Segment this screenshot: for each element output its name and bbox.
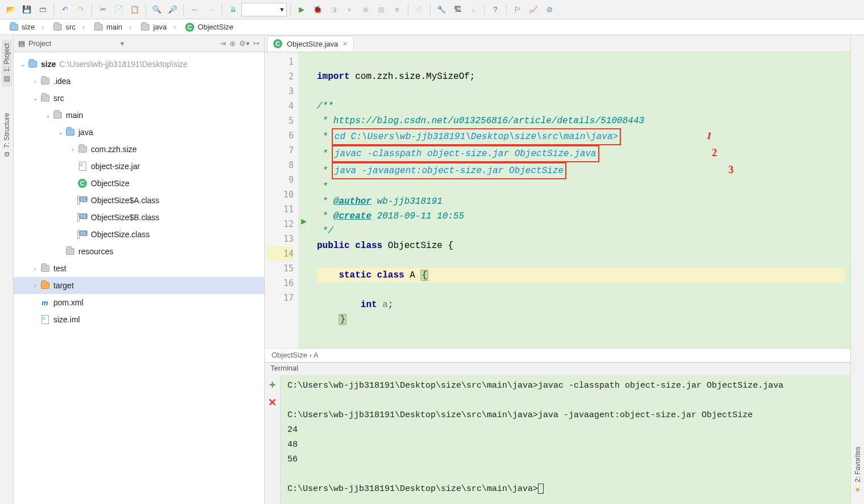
- tree-item[interactable]: resources: [14, 243, 264, 260]
- separator: [183, 3, 184, 16]
- expand-icon[interactable]: ›: [31, 265, 40, 272]
- copy-icon[interactable]: 📄: [111, 2, 126, 17]
- gear-icon[interactable]: ⚙▾: [239, 39, 250, 48]
- tree-icon: 01: [77, 195, 87, 205]
- tree-item[interactable]: 01ObjectSize$B.class: [14, 209, 264, 226]
- crumb-label: main: [106, 23, 122, 31]
- breadcrumb: size src main java CObjectSize: [0, 19, 864, 35]
- crumb-java[interactable]: java: [136, 19, 181, 35]
- terminal-output[interactable]: C:\Users\wb-jjb318191\Desktop\size\src\m…: [281, 375, 850, 504]
- tree-item[interactable]: size.iml: [14, 311, 264, 328]
- tab-project[interactable]: ▤1: Project: [2, 40, 12, 87]
- attach-icon[interactable]: ⎙: [412, 2, 427, 17]
- project-tree[interactable]: ⌄ size C:\Users\wb-jjb318191\Desktop\siz…: [14, 52, 264, 504]
- tree-icon: [65, 127, 75, 137]
- tree-item[interactable]: mpom.xml: [14, 294, 264, 311]
- separator: [484, 3, 485, 16]
- tree-label: main: [66, 111, 83, 120]
- tree-item[interactable]: ⌄src: [14, 90, 264, 107]
- paste-icon[interactable]: 📋: [127, 2, 142, 17]
- crumb-src[interactable]: src: [48, 19, 89, 35]
- tree-label: com.zzh.size: [91, 145, 137, 154]
- locate-icon[interactable]: ⊕: [229, 39, 236, 48]
- profile-icon[interactable]: ●: [342, 2, 357, 17]
- tree-item[interactable]: ⌄java: [14, 124, 264, 141]
- tree-icon: [40, 263, 50, 274]
- project-structure-icon[interactable]: 🏗: [450, 2, 465, 17]
- find-icon[interactable]: 🔍: [149, 2, 164, 17]
- profile2-icon[interactable]: ◉: [358, 2, 373, 17]
- export-icon[interactable]: ⤓: [466, 2, 481, 17]
- tree-item[interactable]: ⌄main: [14, 107, 264, 124]
- undo-icon[interactable]: ↶: [57, 2, 72, 17]
- marker-icon[interactable]: 🏳: [510, 2, 525, 17]
- redo-icon[interactable]: ↷: [73, 2, 88, 17]
- tree-icon: [65, 246, 75, 257]
- save-all-icon[interactable]: 🗃: [35, 2, 50, 17]
- tree-item[interactable]: 01ObjectSize.class: [14, 226, 264, 243]
- close-tab-icon[interactable]: ×: [343, 39, 347, 48]
- terminal-title[interactable]: Terminal: [265, 363, 850, 375]
- run-icon[interactable]: ▶: [294, 2, 309, 17]
- editor-crumb[interactable]: ObjectSize › A: [265, 348, 850, 362]
- project-title: Project: [28, 39, 117, 48]
- tree-item[interactable]: ›.idea: [14, 73, 264, 90]
- grid-icon[interactable]: ▦: [374, 2, 389, 17]
- block-icon[interactable]: ⊘: [542, 2, 557, 17]
- tree-icon: 01: [77, 212, 87, 222]
- crumb-main[interactable]: main: [89, 19, 136, 35]
- tree-label: resources: [78, 247, 113, 256]
- tree-label: java: [78, 128, 93, 137]
- crumb-size[interactable]: size: [5, 19, 48, 35]
- tab-favorites[interactable]: ★2: Favorites: [853, 443, 863, 497]
- tree-icon: 01: [77, 229, 87, 240]
- monitor-icon[interactable]: 📈: [526, 2, 541, 17]
- tree-item[interactable]: CObjectSize: [14, 175, 264, 192]
- run-config-combo[interactable]: ▾: [241, 3, 287, 16]
- forward-icon[interactable]: →: [203, 2, 218, 17]
- binary-icon[interactable]: ⇊: [226, 2, 240, 17]
- tree-label: ObjectSize.class: [91, 230, 149, 239]
- crumb-class[interactable]: CObjectSize: [181, 19, 245, 35]
- back-icon[interactable]: ←: [187, 2, 202, 17]
- open-icon[interactable]: 📂: [3, 2, 18, 17]
- collapse-icon[interactable]: ⇥: [220, 39, 226, 48]
- crumb-label: src: [65, 23, 75, 31]
- tree-root[interactable]: ⌄ size C:\Users\wb-jjb318191\Desktop\siz…: [14, 56, 264, 73]
- expand-icon[interactable]: ⌄: [18, 61, 27, 68]
- tab-structure[interactable]: ⧉7: Structure: [2, 110, 12, 160]
- replace-icon[interactable]: 🔎: [165, 2, 180, 17]
- coverage-icon[interactable]: ◑: [326, 2, 341, 17]
- hide-icon[interactable]: ↦: [253, 39, 260, 48]
- tree-item[interactable]: 01ObjectSize$A.class: [14, 192, 264, 209]
- expand-icon[interactable]: ⌄: [43, 112, 52, 119]
- expand-icon[interactable]: ›: [68, 146, 77, 153]
- expand-icon[interactable]: ›: [31, 282, 40, 289]
- help-icon[interactable]: ?: [488, 2, 503, 17]
- expand-icon[interactable]: ›: [31, 78, 40, 85]
- file-tab[interactable]: C ObjectSize.java ×: [267, 36, 354, 52]
- code-editor[interactable]: import com.zzh.size.MySizeOf; /** * http…: [311, 52, 850, 348]
- crumb-label: java: [153, 23, 167, 31]
- expand-icon[interactable]: ⌄: [56, 129, 65, 136]
- tree-icon: C: [77, 178, 87, 188]
- save-icon[interactable]: 💾: [19, 2, 34, 17]
- separator: [145, 3, 146, 16]
- tree-item[interactable]: object-size.jar: [14, 158, 264, 175]
- tree-item[interactable]: ›target: [14, 277, 264, 294]
- close-terminal-icon[interactable]: ✕: [268, 396, 277, 409]
- dropdown-icon[interactable]: ▾: [120, 39, 124, 48]
- tree-item[interactable]: ›test: [14, 260, 264, 277]
- tree-item[interactable]: ›com.zzh.size: [14, 141, 264, 158]
- run-gutter-icon[interactable]: ▶: [301, 217, 307, 225]
- stop-icon[interactable]: ■: [390, 2, 404, 17]
- settings-icon[interactable]: 🔧: [434, 2, 449, 17]
- project-header-icon: ▤: [18, 39, 25, 48]
- expand-icon[interactable]: ⌄: [31, 95, 40, 102]
- left-bottom-strip: ★2: Favorites: [850, 35, 864, 504]
- cut-icon[interactable]: ✂: [95, 2, 110, 17]
- editor-area: C ObjectSize.java × 12345678910111213141…: [265, 35, 850, 362]
- debug-icon[interactable]: 🐞: [310, 2, 325, 17]
- add-terminal-icon[interactable]: +: [269, 379, 276, 392]
- terminal-panel: Terminal + ✕ C:\Users\wb-jjb318191\Deskt…: [265, 362, 850, 504]
